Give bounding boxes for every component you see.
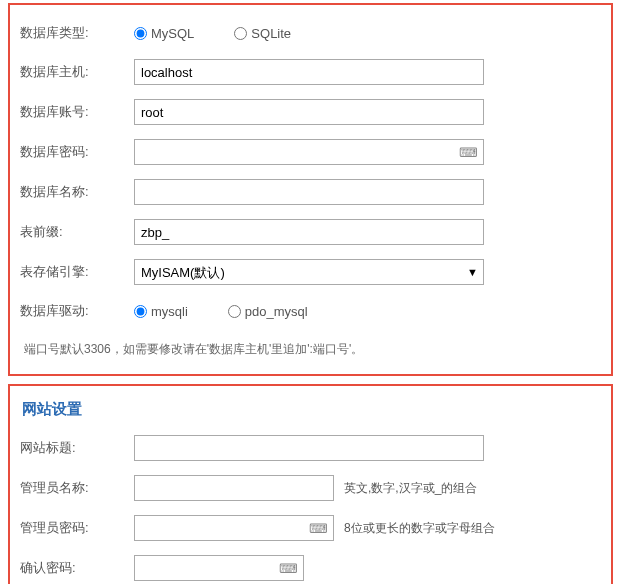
- db-name-label: 数据库名称:: [16, 183, 134, 201]
- db-pass-label: 数据库密码:: [16, 143, 134, 161]
- db-driver-pdo-text: pdo_mysql: [245, 304, 308, 319]
- site-settings-title: 网站设置: [16, 396, 599, 429]
- db-user-input[interactable]: [134, 99, 484, 125]
- admin-pass-row: 管理员密码: ⌨ 8位或更长的数字或字母组合: [16, 515, 599, 541]
- db-driver-pdo-option[interactable]: pdo_mysql: [228, 304, 308, 319]
- db-driver-mysqli-radio[interactable]: [134, 305, 147, 318]
- db-type-mysql-text: MySQL: [151, 26, 194, 41]
- db-prefix-input[interactable]: [134, 219, 484, 245]
- db-driver-mysqli-text: mysqli: [151, 304, 188, 319]
- db-type-sqlite-radio[interactable]: [234, 27, 247, 40]
- db-driver-label: 数据库驱动:: [16, 302, 134, 320]
- admin-name-hint: 英文,数字,汉字或_的组合: [344, 480, 477, 497]
- db-user-label: 数据库账号:: [16, 103, 134, 121]
- db-port-hint: 端口号默认3306，如需要修改请在'数据库主机'里追加':端口号'。: [16, 337, 599, 362]
- db-pass-row: 数据库密码: ⌨: [16, 139, 599, 165]
- db-type-mysql-radio[interactable]: [134, 27, 147, 40]
- db-engine-row: 表存储引擎: MyISAM(默认) ▼: [16, 259, 599, 285]
- db-host-label: 数据库主机:: [16, 63, 134, 81]
- db-pass-input[interactable]: [134, 139, 484, 165]
- confirm-pass-input[interactable]: [134, 555, 304, 581]
- db-engine-label: 表存储引擎:: [16, 263, 134, 281]
- admin-pass-label: 管理员密码:: [16, 519, 134, 537]
- db-prefix-label: 表前缀:: [16, 223, 134, 241]
- db-prefix-row: 表前缀:: [16, 219, 599, 245]
- db-engine-select[interactable]: MyISAM(默认): [134, 259, 484, 285]
- admin-pass-hint: 8位或更长的数字或字母组合: [344, 520, 495, 537]
- confirm-pass-label: 确认密码:: [16, 559, 134, 577]
- db-driver-row: 数据库驱动: mysqli pdo_mysql: [16, 299, 599, 323]
- db-type-mysql-option[interactable]: MySQL: [134, 26, 194, 41]
- db-type-sqlite-text: SQLite: [251, 26, 291, 41]
- database-settings-panel: 数据库类型: MySQL SQLite 数据库主机: 数据库账号: 数据库密码:: [8, 3, 613, 376]
- db-type-row: 数据库类型: MySQL SQLite: [16, 21, 599, 45]
- site-title-row: 网站标题:: [16, 435, 599, 461]
- db-name-input[interactable]: [134, 179, 484, 205]
- admin-name-label: 管理员名称:: [16, 479, 134, 497]
- site-title-label: 网站标题:: [16, 439, 134, 457]
- db-driver-mysqli-option[interactable]: mysqli: [134, 304, 188, 319]
- admin-name-input[interactable]: [134, 475, 334, 501]
- admin-name-row: 管理员名称: 英文,数字,汉字或_的组合: [16, 475, 599, 501]
- db-user-row: 数据库账号:: [16, 99, 599, 125]
- site-title-input[interactable]: [134, 435, 484, 461]
- db-driver-pdo-radio[interactable]: [228, 305, 241, 318]
- confirm-pass-row: 确认密码: ⌨: [16, 555, 599, 581]
- db-type-sqlite-option[interactable]: SQLite: [234, 26, 291, 41]
- db-name-row: 数据库名称:: [16, 179, 599, 205]
- db-type-label: 数据库类型:: [16, 24, 134, 42]
- admin-pass-input[interactable]: [134, 515, 334, 541]
- db-host-row: 数据库主机:: [16, 59, 599, 85]
- db-host-input[interactable]: [134, 59, 484, 85]
- site-settings-panel: 网站设置 网站标题: 管理员名称: 英文,数字,汉字或_的组合 管理员密码: ⌨…: [8, 384, 613, 584]
